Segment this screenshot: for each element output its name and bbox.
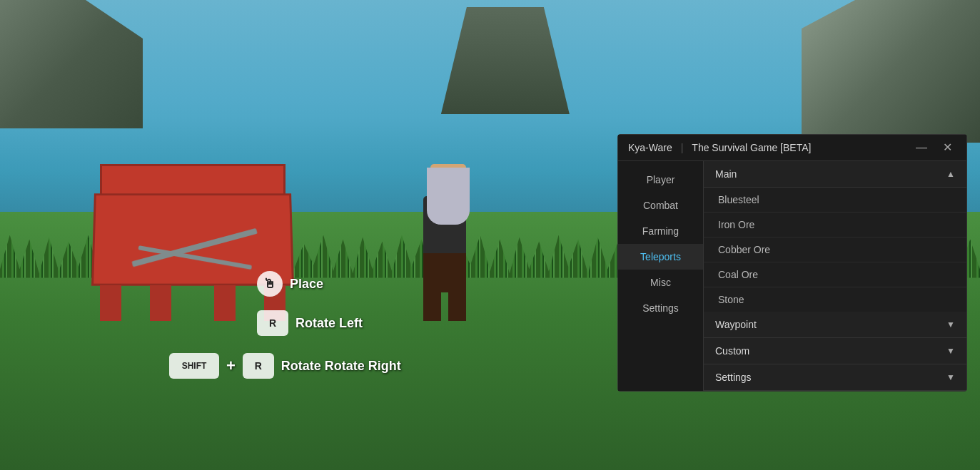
hud-rotate-left: R Rotate Left (257, 310, 363, 336)
workbench-leg (100, 285, 121, 321)
panel-title-sep: | (681, 142, 684, 153)
char-pants (423, 250, 466, 292)
waypoint-section-header[interactable]: Waypoint ▼ (704, 312, 966, 338)
panel-brand: Kya-Ware (628, 142, 672, 153)
panel-content: Main ▲ Bluesteel Iron Ore Cobber Ore Coa… (704, 161, 966, 391)
workbench-leg (150, 285, 171, 321)
custom-section-header[interactable]: Custom ▼ (704, 338, 966, 364)
teleport-item-bluesteel[interactable]: Bluesteel (704, 188, 966, 213)
place-key-icon: 🖱 (257, 271, 283, 297)
panel-controls: — ✕ (911, 141, 956, 155)
char-leg-left (423, 289, 441, 321)
waypoint-section-label: Waypoint (715, 319, 757, 330)
sidebar-item-misc[interactable]: Misc (618, 270, 703, 295)
teleport-item-coal-ore[interactable]: Coal Ore (704, 262, 966, 287)
sidebar-item-teleports[interactable]: Teleports (618, 244, 703, 270)
panel-title: Kya-Ware | The Survival Game [BETA] (628, 142, 811, 153)
settings-chevron-icon: ▼ (946, 372, 955, 382)
shift-key-icon: SHIFT (169, 353, 219, 379)
minimize-button[interactable]: — (911, 141, 931, 155)
settings-section-header[interactable]: Settings ▼ (704, 364, 966, 391)
panel-nav: Player Combat Farming Teleports Misc Set… (618, 161, 704, 391)
sidebar-item-farming[interactable]: Farming (618, 218, 703, 244)
panel: Kya-Ware | The Survival Game [BETA] — ✕ … (617, 134, 967, 392)
main-section-label: Main (715, 168, 737, 180)
r-key-icon: R (243, 353, 274, 379)
workbench (79, 164, 307, 321)
panel-game-title: The Survival Game [BETA] (692, 142, 811, 153)
workbench-leg (214, 285, 236, 321)
custom-chevron-icon: ▼ (946, 346, 955, 356)
main-section-chevron-icon: ▲ (946, 169, 955, 179)
main-section-items: Bluesteel Iron Ore Cobber Ore Coal Ore S… (704, 188, 966, 312)
sidebar-item-settings[interactable]: Settings (618, 295, 703, 321)
hud-rotate-right: SHIFT + R Rotate Rotate Right (169, 353, 401, 379)
rotate-right-label: Rotate Rotate Right (281, 359, 401, 374)
panel-header: Kya-Ware | The Survival Game [BETA] — ✕ (618, 135, 966, 161)
rock-right (802, 0, 980, 143)
main-section-header[interactable]: Main ▲ (704, 161, 966, 188)
close-button[interactable]: ✕ (939, 141, 956, 155)
panel-body: Player Combat Farming Teleports Misc Set… (618, 161, 966, 391)
rotate-left-label: Rotate Left (295, 316, 363, 331)
teleport-item-stone[interactable]: Stone (704, 287, 966, 312)
settings-section-label: Settings (715, 372, 752, 383)
rotate-left-key-icon: R (257, 310, 288, 336)
waypoint-chevron-icon: ▼ (946, 320, 955, 329)
custom-section-label: Custom (715, 345, 749, 357)
sidebar-item-player[interactable]: Player (618, 167, 703, 193)
sidebar-item-combat[interactable]: Combat (618, 193, 703, 218)
hud-place: 🖱 Place (257, 271, 323, 297)
plus-icon: + (226, 357, 236, 375)
place-label: Place (290, 277, 323, 292)
char-leg-right (448, 289, 466, 321)
character (409, 164, 480, 321)
teleport-item-cobber-ore[interactable]: Cobber Ore (704, 237, 966, 262)
char-hair (427, 168, 470, 225)
teleport-item-iron-ore[interactable]: Iron Ore (704, 213, 966, 237)
